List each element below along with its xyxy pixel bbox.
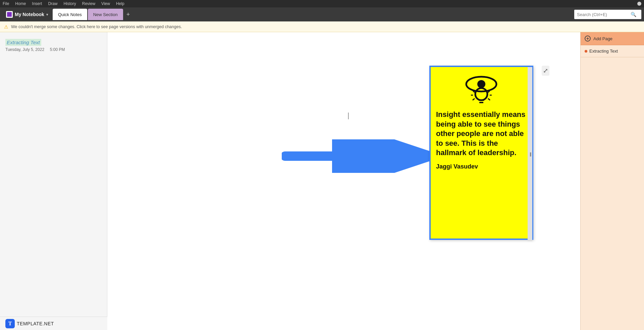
tab-quick-notes[interactable]: Quick Notes <box>53 9 87 20</box>
add-page-button[interactable]: + Add Page <box>581 32 644 45</box>
page-date-text: Tuesday, July 5, 2022 <box>5 47 44 52</box>
insight-icon <box>461 72 501 106</box>
footer-brand-text: TEMPLATE.NET <box>17 321 54 326</box>
main-area: Extracting Text Tuesday, July 5, 2022 5:… <box>0 32 644 330</box>
notebook-button[interactable]: My Notebook ▾ <box>3 10 51 19</box>
notebook-icon <box>6 11 13 18</box>
search-input[interactable] <box>577 12 631 17</box>
text-cursor <box>348 113 348 119</box>
page-list: Extracting Text Tuesday, July 5, 2022 5:… <box>0 32 107 330</box>
page-title: Extracting Text <box>5 39 41 46</box>
menu-history[interactable]: History <box>63 1 76 6</box>
add-page-icon: + <box>585 36 591 42</box>
page-dot-icon <box>585 50 587 53</box>
notebook-dropdown-icon[interactable]: ▾ <box>46 13 48 16</box>
add-page-label: Add Page <box>593 36 612 41</box>
tab-new-section-label: New Section <box>93 12 118 17</box>
tab-quick-notes-label: Quick Notes <box>58 12 82 17</box>
page-date: Tuesday, July 5, 2022 5:00 PM <box>5 47 102 52</box>
add-section-icon: + <box>126 11 130 18</box>
image-panel: ▐ <box>429 66 533 240</box>
footer-logo: T TEMPLATE.NET <box>5 319 54 328</box>
card-icon-area <box>436 72 527 106</box>
arrow-graphic <box>282 139 439 173</box>
center-content[interactable]: ▐ <box>107 32 580 330</box>
right-panel: + Add Page Extracting Text <box>580 32 644 330</box>
brand-light: .NET <box>43 321 54 326</box>
menu-insert[interactable]: Insert <box>32 1 42 6</box>
panel-resize-handle[interactable]: ▐ <box>528 67 532 241</box>
svg-line-12 <box>473 98 475 100</box>
menu-file[interactable]: File <box>3 1 9 6</box>
add-section-button[interactable]: + <box>123 10 133 19</box>
menu-draw[interactable]: Draw <box>48 1 57 6</box>
list-item[interactable]: Extracting Text Tuesday, July 5, 2022 5:… <box>0 36 107 55</box>
page-time-text: 5:00 PM <box>50 47 65 52</box>
search-icon[interactable]: 🔍 <box>631 12 636 17</box>
menu-bar: File Home Insert Draw History Review Vie… <box>0 0 644 7</box>
right-panel-page-title: Extracting Text <box>589 49 618 54</box>
tab-bar: My Notebook ▾ Quick Notes New Section + … <box>0 7 644 21</box>
menu-home[interactable]: Home <box>15 1 26 6</box>
svg-line-13 <box>488 98 490 100</box>
menu-review[interactable]: Review <box>82 1 95 6</box>
menu-view[interactable]: View <box>101 1 110 6</box>
card-author-text: Jaggi Vasudev <box>436 163 478 170</box>
right-panel-page-item[interactable]: Extracting Text <box>581 45 644 57</box>
tab-new-section[interactable]: New Section <box>88 9 123 20</box>
notebook-name: My Notebook <box>15 12 44 17</box>
template-logo-icon: T <box>5 319 15 328</box>
window-close-icon[interactable] <box>637 2 641 6</box>
search-bar: 🔍 <box>574 10 641 19</box>
menu-help[interactable]: Help <box>116 1 124 6</box>
warning-icon: ⚠ <box>4 24 8 29</box>
brand-bold: TEMPLATE <box>17 321 43 326</box>
expand-panel-button[interactable]: ⤢ <box>542 66 549 76</box>
footer: T TEMPLATE.NET <box>0 317 107 330</box>
notification-bar[interactable]: ⚠ We couldn't merge some changes. Click … <box>0 21 644 32</box>
yellow-card: Insight essentially means being able to … <box>431 67 532 239</box>
svg-point-4 <box>475 88 487 100</box>
card-quote-text: Insight essentially means being able to … <box>436 110 527 158</box>
notification-text: We couldn't merge some changes. Click he… <box>11 24 182 29</box>
